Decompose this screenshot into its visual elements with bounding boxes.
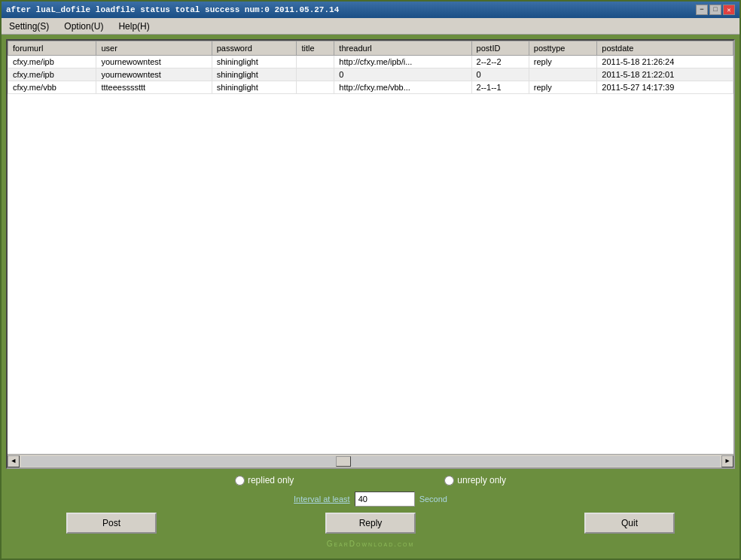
cell-forumurl: cfxy.me/vbb xyxy=(8,81,96,94)
interval-row: Interval at least Second xyxy=(6,492,735,507)
table-header-row: forumurl user password title threadurl p… xyxy=(8,41,733,56)
cell-threadurl: http://cfxy.me/vbb... xyxy=(334,81,471,94)
unreply-only-option[interactable]: unreply only xyxy=(444,475,506,485)
cell-password: shininglight xyxy=(212,56,297,68)
post-button[interactable]: Post xyxy=(66,513,157,534)
menu-option[interactable]: Option(U) xyxy=(59,20,108,33)
bottom-controls: replied only unreply only Interval at le… xyxy=(6,469,735,554)
cell-user: ttteeessssttt xyxy=(96,81,212,94)
table-row: cfxy.me/ipbyournewowntestshininglighthtt… xyxy=(8,56,733,68)
unreply-only-label: unreply only xyxy=(457,475,506,485)
main-window: after luaL_dofile loadfile status total … xyxy=(0,0,741,560)
col-postid: postID xyxy=(471,41,529,56)
minimize-button[interactable]: − xyxy=(696,5,708,15)
col-postdate: postdate xyxy=(597,41,733,56)
col-forumurl: forumurl xyxy=(8,41,96,56)
buttons-row: Post Reply Quit xyxy=(6,513,735,534)
cell-postID: 0 xyxy=(471,68,529,81)
cell-title xyxy=(297,68,334,81)
col-password: password xyxy=(212,41,297,56)
scroll-thumb[interactable] xyxy=(336,456,351,467)
cell-user: yournewowntest xyxy=(96,56,212,68)
window-title: after luaL_dofile loadfile status total … xyxy=(6,5,339,14)
menu-help[interactable]: Help(H) xyxy=(114,20,154,33)
replied-only-radio[interactable] xyxy=(235,476,245,485)
watermark: GearDownload.com xyxy=(6,540,735,551)
reply-button[interactable]: Reply xyxy=(325,513,416,534)
replied-only-option[interactable]: replied only xyxy=(235,475,294,485)
second-label: Second xyxy=(419,495,447,504)
cell-postID: 2--2--2 xyxy=(471,56,529,68)
cell-threadurl: http://cfxy.me/ipb/i... xyxy=(334,56,471,68)
cell-forumurl: cfxy.me/ipb xyxy=(8,56,96,68)
cell-threadurl: 0 xyxy=(334,68,471,81)
horizontal-scrollbar[interactable]: ◄ ► xyxy=(8,454,733,467)
interval-input[interactable] xyxy=(355,492,415,507)
cell-posttype xyxy=(529,68,596,81)
col-title: title xyxy=(297,41,334,56)
table-container: forumurl user password title threadurl p… xyxy=(6,39,735,469)
cell-posttype: reply xyxy=(529,81,596,94)
main-content: forumurl user password title threadurl p… xyxy=(2,35,739,558)
cell-postdate: 2011-5-27 14:17:39 xyxy=(597,81,733,94)
col-threadurl: threadurl xyxy=(334,41,471,56)
watermark-text: GearDownload.com xyxy=(327,540,415,548)
cell-password: shininglight xyxy=(212,68,297,81)
close-button[interactable]: ✕ xyxy=(723,5,735,15)
col-user: user xyxy=(96,41,212,56)
replied-only-label: replied only xyxy=(248,475,294,485)
cell-posttype: reply xyxy=(529,56,596,68)
cell-user: yournewowntest xyxy=(96,68,212,81)
menu-bar: Setting(S) Option(U) Help(H) xyxy=(2,18,739,35)
table-row: cfxy.me/ipbyournewowntestshininglight002… xyxy=(8,68,733,81)
radio-row: replied only unreply only xyxy=(6,475,735,485)
cell-password: shininglight xyxy=(212,81,297,94)
interval-label: Interval at least xyxy=(294,495,350,504)
title-bar: after luaL_dofile loadfile status total … xyxy=(2,2,739,18)
cell-postdate: 2011-5-18 21:26:24 xyxy=(597,56,733,68)
scroll-right-button[interactable]: ► xyxy=(721,455,733,467)
cell-postdate: 2011-5-18 21:22:01 xyxy=(597,68,733,81)
data-table: forumurl user password title threadurl p… xyxy=(8,41,733,94)
scroll-track[interactable] xyxy=(21,456,720,467)
scroll-left-button[interactable]: ◄ xyxy=(8,455,20,467)
table-scroll-area[interactable]: forumurl user password title threadurl p… xyxy=(8,41,733,454)
cell-forumurl: cfxy.me/ipb xyxy=(8,68,96,81)
cell-postID: 2--1--1 xyxy=(471,81,529,94)
menu-setting[interactable]: Setting(S) xyxy=(5,20,53,33)
cell-title xyxy=(297,56,334,68)
table-row: cfxy.me/vbbttteeesssstttshininglighthttp… xyxy=(8,81,733,94)
quit-button[interactable]: Quit xyxy=(584,513,675,534)
unreply-only-radio[interactable] xyxy=(444,476,454,485)
cell-title xyxy=(297,81,334,94)
restore-button[interactable]: □ xyxy=(709,5,721,15)
title-bar-buttons: − □ ✕ xyxy=(696,5,735,15)
col-posttype: posttype xyxy=(529,41,596,56)
